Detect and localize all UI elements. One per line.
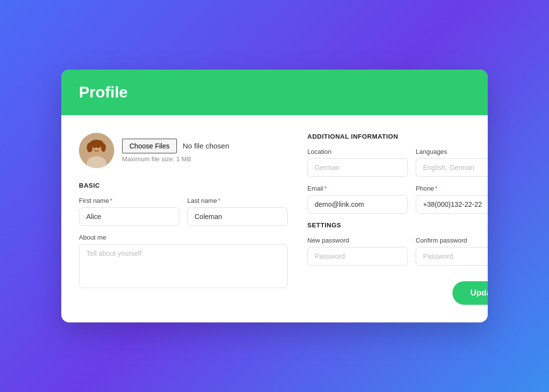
first-name-group: First name* <box>79 197 179 226</box>
choose-files-button[interactable]: Choose Files <box>122 139 177 153</box>
settings-title: SETTINGS <box>307 221 488 229</box>
confirm-password-label: Confirm password <box>416 237 488 244</box>
avatar <box>79 133 114 168</box>
about-me-textarea[interactable] <box>79 244 288 288</box>
about-me-label: About me <box>79 234 288 241</box>
no-file-text: No file chosen <box>183 142 229 150</box>
phone-group: Phone* <box>416 185 488 214</box>
right-column: ADDITIONAL INFORMATION Location Language… <box>307 133 488 305</box>
page-title: Profile <box>79 83 470 101</box>
card-header: Profile <box>61 70 488 115</box>
last-name-label: Last name* <box>187 197 288 204</box>
first-name-label: First name* <box>79 197 179 204</box>
location-label: Location <box>307 148 408 155</box>
confirm-password-input[interactable] <box>416 247 488 266</box>
languages-input[interactable] <box>416 158 488 177</box>
basic-section-label: BASIC <box>79 182 288 189</box>
svg-point-4 <box>87 143 93 152</box>
about-me-group: About me <box>79 234 288 288</box>
location-languages-row: Location Languages <box>307 148 488 177</box>
password-row: New password Confirm password <box>307 237 488 266</box>
location-input[interactable] <box>307 158 408 177</box>
max-file-size-text: Maximum file size: 1 MB <box>122 155 229 163</box>
new-password-label: New password <box>307 237 408 244</box>
avatar-section: Choose Files No file chosen Maximum file… <box>79 133 288 168</box>
svg-point-5 <box>101 143 106 152</box>
languages-label: Languages <box>416 148 488 155</box>
left-column: Choose Files No file chosen Maximum file… <box>79 133 288 305</box>
email-phone-row: Email* Phone* <box>307 185 488 214</box>
email-group: Email* <box>307 185 408 214</box>
phone-input[interactable] <box>416 195 488 214</box>
new-password-group: New password <box>307 237 408 266</box>
file-upload-area: Choose Files No file chosen Maximum file… <box>122 139 229 163</box>
phone-label: Phone* <box>416 185 488 192</box>
confirm-password-group: Confirm password <box>416 237 488 266</box>
email-label: Email* <box>307 185 408 192</box>
new-password-input[interactable] <box>307 247 408 266</box>
last-name-input[interactable] <box>187 207 288 226</box>
email-input[interactable] <box>307 195 408 214</box>
svg-point-7 <box>98 147 100 148</box>
card-body: Choose Files No file chosen Maximum file… <box>61 115 488 322</box>
name-row: First name* Last name* <box>79 197 288 226</box>
file-upload-row: Choose Files No file chosen <box>122 139 229 153</box>
last-name-group: Last name* <box>187 197 288 226</box>
first-name-input[interactable] <box>79 207 179 226</box>
location-group: Location <box>307 148 408 177</box>
svg-point-6 <box>94 147 96 148</box>
basic-section: BASIC First name* Last name* <box>79 182 288 288</box>
languages-group: Languages <box>416 148 488 177</box>
update-button[interactable]: Update <box>452 281 488 305</box>
additional-info-title: ADDITIONAL INFORMATION <box>307 133 488 140</box>
profile-card: Profile <box>61 70 488 322</box>
